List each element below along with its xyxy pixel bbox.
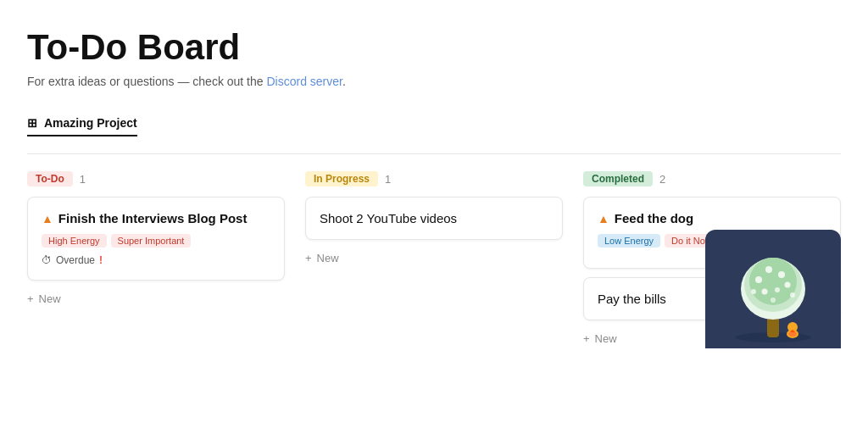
add-new-completed-label: New xyxy=(595,332,617,345)
svg-point-9 xyxy=(762,289,768,295)
card-title-shoot-videos: Shoot 2 YouTube videos xyxy=(320,211,548,225)
card-title-feed-dog: ▲ Feed the dog xyxy=(598,211,826,225)
page-subtitle: For extra ideas or questions — check out… xyxy=(27,75,841,88)
overdue-text: Overdue xyxy=(56,254,95,266)
add-new-completed-button[interactable]: + New xyxy=(583,329,617,348)
project-icon: ⊞ xyxy=(27,116,37,130)
column-header-todo: To-Do 1 xyxy=(27,171,285,186)
overdue-clock-icon: ⏱ xyxy=(42,254,52,266)
board-divider xyxy=(27,153,841,154)
column-inprogress: In Progress 1 Shoot 2 YouTube videos + N… xyxy=(305,171,563,268)
column-count-inprogress: 1 xyxy=(385,173,391,186)
add-new-todo-button[interactable]: + New xyxy=(27,289,61,309)
svg-point-13 xyxy=(771,298,776,303)
add-new-todo-label: New xyxy=(39,292,61,305)
card-tags: High Energy Super Important xyxy=(42,234,270,248)
svg-point-5 xyxy=(755,276,762,283)
tag-high-energy: High Energy xyxy=(42,234,107,248)
tag-low-energy: Low Energy xyxy=(598,234,660,248)
svg-point-8 xyxy=(785,282,791,288)
warning-icon-feed: ▲ xyxy=(598,212,609,225)
column-todo: To-Do 1 ▲ Finish the Interviews Blog Pos… xyxy=(27,171,285,309)
board-columns: To-Do 1 ▲ Finish the Interviews Blog Pos… xyxy=(27,171,841,348)
project-name: Amazing Project xyxy=(44,116,137,130)
card-finish-interviews[interactable]: ▲ Finish the Interviews Blog Post High E… xyxy=(27,197,285,281)
column-count-todo: 1 xyxy=(80,173,86,186)
project-tab[interactable]: ⊞ Amazing Project xyxy=(27,116,137,136)
card-shoot-videos[interactable]: Shoot 2 YouTube videos xyxy=(305,197,563,240)
tree-widget xyxy=(705,230,841,348)
svg-point-12 xyxy=(790,292,795,298)
column-badge-inprogress: In Progress xyxy=(305,171,378,186)
plus-icon-inprogress: + xyxy=(305,252,312,264)
column-count-completed: 2 xyxy=(659,173,665,186)
svg-point-10 xyxy=(775,287,780,292)
svg-point-6 xyxy=(765,266,772,273)
plus-icon-todo: + xyxy=(27,292,34,305)
add-new-inprogress-label: New xyxy=(317,252,339,264)
overdue-row: ⏱ Overdue ! xyxy=(42,254,270,266)
plus-icon-completed: + xyxy=(583,332,590,345)
column-badge-todo: To-Do xyxy=(27,171,73,186)
card-title-finish-interviews: ▲ Finish the Interviews Blog Post xyxy=(42,211,270,225)
column-header-inprogress: In Progress 1 xyxy=(305,171,563,186)
column-header-completed: Completed 2 xyxy=(583,171,841,186)
warning-icon: ▲ xyxy=(42,212,53,225)
discord-link[interactable]: Discord server xyxy=(266,75,342,88)
add-new-inprogress-button[interactable]: + New xyxy=(305,248,339,268)
tag-super-important: Super Important xyxy=(111,234,192,248)
svg-point-11 xyxy=(751,289,756,294)
overdue-exclaim-icon: ! xyxy=(99,254,103,266)
svg-point-7 xyxy=(778,271,785,278)
tree-illustration xyxy=(718,242,828,348)
page-title: To-Do Board xyxy=(27,27,841,68)
column-badge-completed: Completed xyxy=(583,171,653,186)
